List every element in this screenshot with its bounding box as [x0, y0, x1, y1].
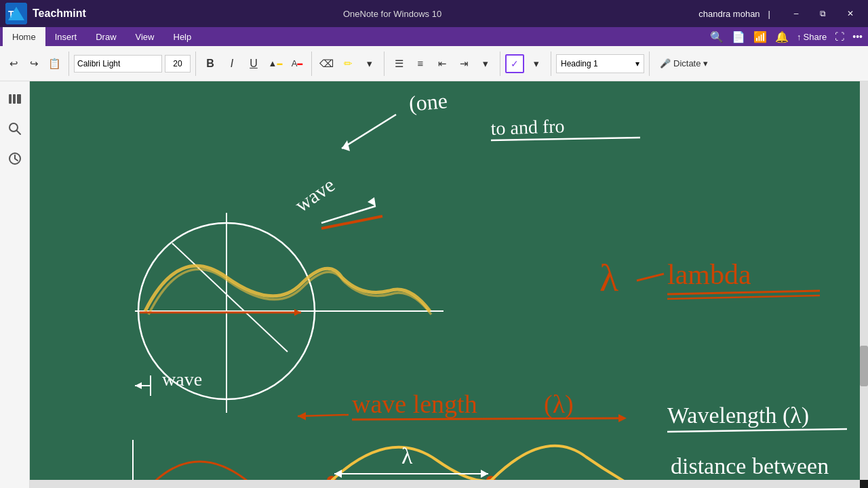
fullscreen-icon[interactable]: ⛶: [835, 31, 844, 42]
svg-text:Wavelength (λ): Wavelength (λ): [667, 403, 809, 428]
window-title: OneNote for Windows 10: [343, 9, 441, 19]
toolbar-pages-icon[interactable]: 📄: [732, 30, 745, 43]
sidebar-search-icon[interactable]: [3, 117, 27, 141]
ribbon-tabs: Home Insert Draw View Help 🔍 📄 📶 🔔 ↑ Sha…: [0, 27, 868, 46]
user-name: chandra mohan: [698, 9, 760, 19]
dictate-dropdown-arrow: ▾: [703, 58, 708, 68]
titlebar-separator: |: [768, 9, 770, 19]
share-button[interactable]: ↑ Share: [797, 32, 827, 42]
bullets-button[interactable]: ☰: [389, 54, 408, 73]
svg-text:distance between: distance between: [671, 453, 829, 479]
clipboard-button[interactable]: 📋: [45, 54, 64, 73]
redo-button[interactable]: ↪: [24, 54, 43, 73]
sidebar-history-icon[interactable]: [3, 146, 27, 171]
style-dropdown-arrow: ▾: [635, 59, 639, 68]
titlebar: T Teachmint OneNote for Windows 10 chand…: [0, 0, 868, 27]
main-canvas[interactable]: (one to and fro wave wave: [30, 81, 860, 480]
svg-text:λ: λ: [401, 443, 413, 468]
tab-view[interactable]: View: [126, 27, 164, 46]
dictate-icon: 🎤: [660, 58, 671, 68]
svg-point-6: [9, 123, 18, 131]
svg-text:(one: (one: [408, 88, 448, 116]
sep1: [68, 52, 69, 76]
svg-text:wave length: wave length: [352, 390, 477, 418]
scrollbar-bottom[interactable]: [30, 480, 860, 488]
underline-button[interactable]: U: [244, 54, 263, 73]
svg-line-7: [17, 131, 20, 134]
decrease-indent-button[interactable]: ⇤: [433, 54, 452, 73]
sidebar-library-icon[interactable]: [3, 87, 27, 111]
close-button[interactable]: ✕: [838, 3, 863, 24]
font-name-input[interactable]: [74, 55, 162, 73]
style-label: Heading 1: [561, 59, 598, 68]
font-color-button[interactable]: A▬: [288, 54, 307, 73]
checkbox-dropdown[interactable]: ▾: [527, 54, 546, 73]
minimize-button[interactable]: –: [784, 3, 808, 24]
font-size-input[interactable]: [165, 55, 191, 73]
sep3: [311, 52, 312, 76]
svg-rect-3: [9, 94, 12, 104]
ribbon-bar: ↩ ↪ 📋 B I U ▲▬ A▬ ⌫ ✏ ▾ ☰ ≡ ⇤ ⇥ ▾ ✓ ▾ He…: [0, 46, 868, 81]
text-highlight-button[interactable]: ✏: [338, 54, 357, 73]
tab-help[interactable]: Help: [164, 27, 201, 46]
app-logo: T: [5, 3, 27, 24]
bold-button[interactable]: B: [201, 54, 220, 73]
svg-text:λ: λ: [599, 256, 618, 300]
format-dropdown[interactable]: ▾: [360, 54, 379, 73]
tab-home[interactable]: Home: [3, 27, 45, 46]
restore-button[interactable]: ⧉: [811, 3, 835, 24]
sep4: [384, 52, 384, 76]
more-options-icon[interactable]: •••: [852, 31, 863, 42]
checkbox-button[interactable]: ✓: [505, 54, 524, 73]
scrollbar-right[interactable]: [860, 81, 868, 480]
paragraph-dropdown[interactable]: ▾: [476, 54, 495, 73]
tab-insert[interactable]: Insert: [45, 27, 87, 46]
dictate-label: Dictate: [673, 58, 701, 68]
highlight-button[interactable]: ▲▬: [266, 54, 285, 73]
sep6: [551, 52, 551, 76]
sep2: [195, 52, 196, 76]
titlebar-right: chandra mohan | – ⧉ ✕: [698, 3, 863, 24]
undo-redo-group: ↩ ↪ 📋: [4, 54, 64, 73]
style-dropdown[interactable]: Heading 1 ▾: [556, 54, 644, 73]
undo-button[interactable]: ↩: [4, 54, 23, 73]
eraser-button[interactable]: ⌫: [317, 54, 336, 73]
toolbar-search-icon[interactable]: 🔍: [710, 30, 724, 43]
canvas-drawing: (one to and fro wave wave: [30, 81, 860, 480]
svg-rect-4: [13, 94, 16, 104]
svg-line-36: [352, 418, 623, 420]
sep5: [500, 52, 500, 76]
italic-button[interactable]: I: [222, 54, 241, 73]
increase-indent-button[interactable]: ⇥: [454, 54, 473, 73]
window-controls: – ⧉ ✕: [784, 3, 863, 24]
svg-rect-5: [17, 94, 21, 104]
toolbar-wifi-icon[interactable]: 📶: [753, 30, 767, 43]
dictate-button[interactable]: 🎤 Dictate ▾: [654, 54, 713, 73]
share-icon: ↑: [797, 32, 802, 42]
numbered-list-button[interactable]: ≡: [411, 54, 430, 73]
svg-text:lambda: lambda: [667, 259, 751, 290]
svg-text:to and fro: to and fro: [490, 115, 565, 139]
tab-draw[interactable]: Draw: [86, 27, 125, 46]
app-name: Teachmint: [33, 7, 86, 20]
scroll-thumb-right[interactable]: [860, 346, 868, 386]
toolbar-bell-icon[interactable]: 🔔: [775, 30, 789, 43]
svg-text:wave: wave: [162, 369, 202, 390]
svg-text:(λ): (λ): [544, 390, 574, 419]
titlebar-left: T Teachmint: [5, 3, 86, 24]
sep7: [649, 52, 650, 76]
left-sidebar: [0, 81, 30, 488]
